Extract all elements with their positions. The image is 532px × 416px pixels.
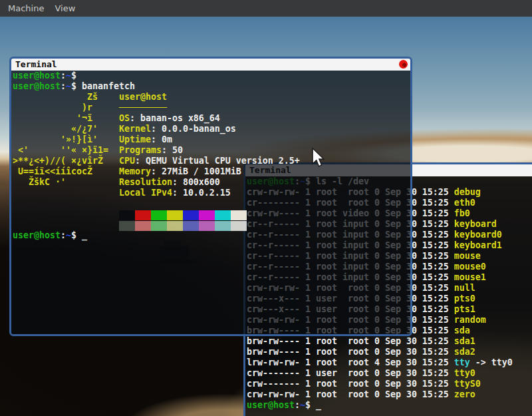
terminal1-window: Terminal user@host:~$user@host:~$ bananf… bbox=[9, 57, 412, 336]
ansi-color-swatch bbox=[167, 221, 183, 231]
command-line: user@host:~$ bananfetch bbox=[13, 81, 410, 92]
vm-menu-bar: Machine View bbox=[0, 0, 532, 17]
ansi-color-swatch bbox=[199, 210, 215, 220]
ansi-color-swatch bbox=[151, 221, 167, 231]
fetch-line: Zš user@host bbox=[13, 92, 410, 103]
ansi-color-swatch bbox=[199, 221, 215, 231]
mouse-cursor-icon bbox=[311, 148, 325, 168]
fetch-line: ŽškC ·' Resolution: 800x600 bbox=[13, 177, 410, 188]
ansi-color-swatch bbox=[231, 221, 247, 231]
terminal1-content[interactable]: user@host:~$user@host:~$ bananfetch Zš u… bbox=[11, 71, 410, 334]
close-button-icon[interactable] bbox=[399, 60, 408, 69]
fetch-line: )r ───────── bbox=[13, 103, 410, 113]
blank-line bbox=[13, 198, 410, 209]
fetch-line: U==íï<<ííîcocŽ Memory: 27MiB / 1001MiB bbox=[13, 166, 410, 177]
menu-item-view[interactable]: View bbox=[55, 3, 75, 13]
ansi-color-swatch bbox=[135, 210, 151, 220]
ansi-color-swatch bbox=[167, 210, 183, 220]
fetch-line: '»!}[ì' Uptime: 0m bbox=[13, 134, 410, 145]
ansi-palette-row bbox=[13, 220, 410, 230]
ansi-color-swatch bbox=[151, 210, 167, 220]
ansi-color-swatch bbox=[135, 221, 151, 231]
fetch-line: >**¿<+)//( ×¿vîrŽ CPU: QEMU Virtual CPU … bbox=[13, 156, 410, 166]
ansi-color-swatch bbox=[183, 210, 199, 220]
fetch-line: <' ''« ×}ï1= Programs: 50 bbox=[13, 145, 410, 156]
file-row: brw-rw---- 1 root root 0 Sep 30 15:25 sd… bbox=[247, 347, 532, 357]
file-row: brw-rw---- 1 root root 0 Sep 30 15:25 sd… bbox=[247, 336, 532, 347]
ansi-color-swatch bbox=[231, 210, 247, 220]
prompt-line: user@host:~$ _ bbox=[247, 400, 532, 411]
prompt-line: user@host:~$ bbox=[13, 71, 410, 81]
terminal1-titlebar[interactable]: Terminal bbox=[11, 59, 410, 71]
terminal1-title: Terminal bbox=[15, 59, 57, 69]
ansi-color-swatch bbox=[183, 221, 199, 231]
ansi-color-swatch bbox=[119, 210, 135, 220]
menu-item-machine[interactable]: Machine bbox=[8, 3, 44, 13]
ansi-palette-row bbox=[13, 209, 410, 220]
fetch-line: Local IPv4: 10.0.2.15 bbox=[13, 188, 410, 198]
ansi-color-swatch bbox=[215, 221, 231, 231]
prompt-line: user@host:~$ _ bbox=[13, 230, 410, 241]
file-row: lrw-rw-rw- 1 root root 4 Sep 30 15:25 tt… bbox=[247, 357, 532, 368]
fetch-line: «/¿7' Kernel: 0.0.0-banan_os bbox=[13, 124, 410, 134]
file-row: crw------- 1 user root 0 Sep 30 15:25 tt… bbox=[247, 368, 532, 379]
ansi-color-swatch bbox=[215, 210, 231, 220]
ansi-color-swatch bbox=[119, 221, 135, 231]
file-row: crw------- 1 root root 0 Sep 30 15:25 tt… bbox=[247, 379, 532, 389]
file-row: crw-rw-rw- 1 root root 0 Sep 30 15:25 ze… bbox=[247, 389, 532, 400]
fetch-line: '¬ï OS: banan-os x86_64 bbox=[13, 113, 410, 124]
